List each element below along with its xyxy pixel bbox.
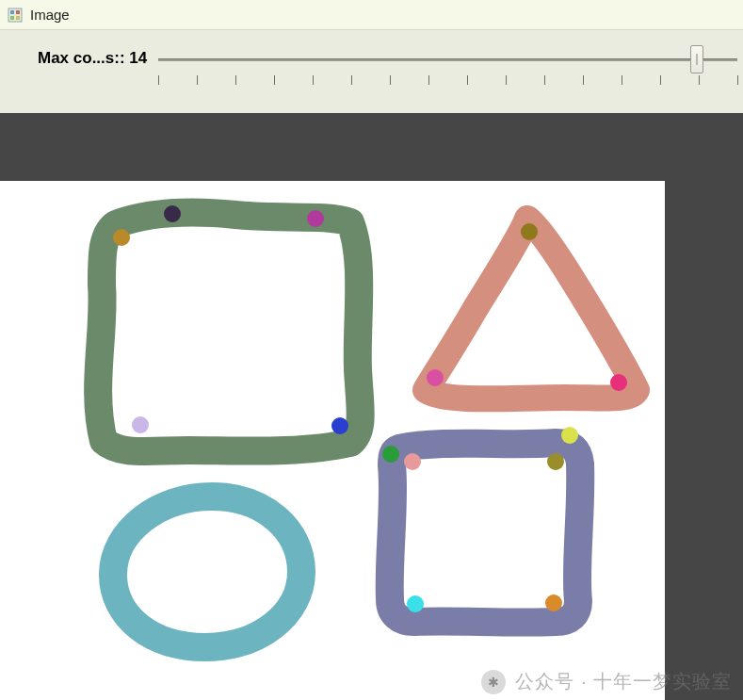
slider-ticks: [158, 75, 737, 89]
slider-label: Max co...s:: 14: [38, 49, 147, 68]
corner-point: [404, 453, 421, 470]
max-corners-slider[interactable]: [158, 51, 737, 107]
svg-rect-3: [10, 16, 14, 20]
image-canvas: [0, 181, 665, 700]
salmon-triangle-shape: [426, 219, 637, 399]
corner-point: [132, 416, 149, 433]
svg-rect-1: [10, 10, 14, 14]
corner-point: [407, 595, 424, 612]
app-icon: [8, 8, 23, 23]
green-square-shape: [98, 213, 361, 451]
slider-track: [158, 58, 737, 61]
corner-point: [561, 427, 578, 444]
corner-point: [307, 210, 324, 227]
teal-ellipse-shape: [113, 497, 301, 647]
title-bar: Image: [0, 0, 743, 30]
corner-point: [427, 369, 444, 386]
corner-point: [521, 223, 538, 240]
corner-point: [331, 417, 348, 434]
content-area: ✱ 公众号 · 十年一梦实验室: [0, 113, 743, 700]
corner-point: [113, 229, 130, 246]
corner-point: [164, 205, 181, 222]
svg-rect-2: [16, 10, 20, 14]
slider-thumb[interactable]: [690, 45, 703, 73]
toolbar: Max co...s:: 14: [0, 30, 743, 113]
corner-point: [547, 453, 564, 470]
svg-rect-4: [16, 16, 20, 20]
window-title: Image: [30, 7, 70, 23]
corner-point: [382, 446, 399, 463]
corner-point: [610, 374, 627, 391]
corner-point: [545, 594, 562, 611]
